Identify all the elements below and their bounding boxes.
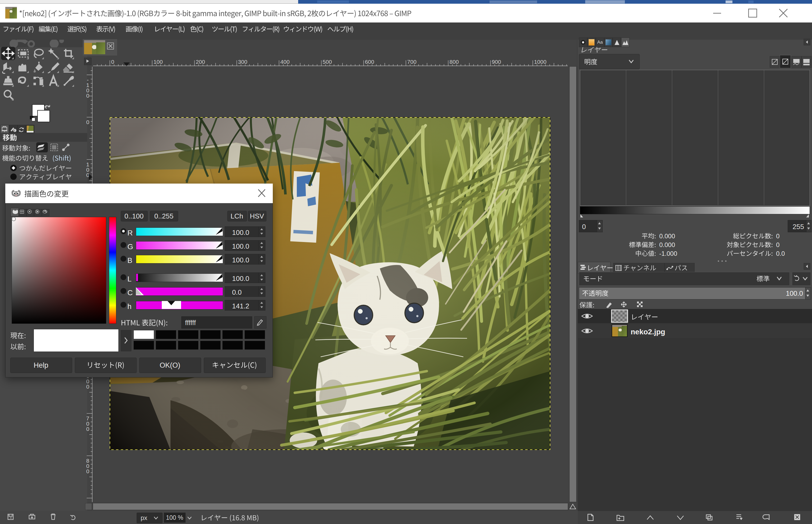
svg-text:100.0: 100.0	[232, 256, 249, 264]
svg-text:255: 255	[793, 223, 804, 231]
svg-text:100.0: 100.0	[232, 242, 249, 250]
svg-text:0.0: 0.0	[776, 250, 785, 257]
svg-text:G: G	[128, 243, 133, 251]
svg-text:0: 0	[776, 241, 779, 248]
svg-text:0: 0	[582, 223, 586, 231]
svg-text:h: h	[128, 302, 132, 311]
svg-text:-1.000: -1.000	[659, 250, 677, 257]
svg-text:0..255: 0..255	[154, 212, 173, 220]
svg-text:ffffff: ffffff	[185, 319, 196, 327]
svg-text:LCh: LCh	[231, 212, 243, 220]
svg-text:0.0: 0.0	[232, 288, 241, 296]
svg-text:Help: Help	[34, 361, 48, 369]
svg-text:B: B	[128, 256, 132, 264]
svg-text:0: 0	[776, 232, 779, 240]
svg-text:100.0: 100.0	[232, 229, 249, 236]
svg-text:100.0: 100.0	[232, 275, 249, 282]
svg-text:100.0: 100.0	[786, 289, 803, 297]
svg-text:0.000: 0.000	[659, 232, 675, 240]
svg-text:141.2: 141.2	[232, 302, 249, 310]
svg-text:OK(O): OK(O)	[160, 361, 180, 369]
svg-text:HSV: HSV	[250, 212, 264, 220]
svg-text:neko2.jpg: neko2.jpg	[631, 328, 665, 336]
svg-text:R: R	[128, 229, 133, 237]
svg-text:0.000: 0.000	[659, 241, 675, 248]
svg-text:C: C	[128, 289, 133, 297]
svg-text:0..100: 0..100	[124, 212, 143, 220]
svg-text:L: L	[128, 275, 132, 283]
